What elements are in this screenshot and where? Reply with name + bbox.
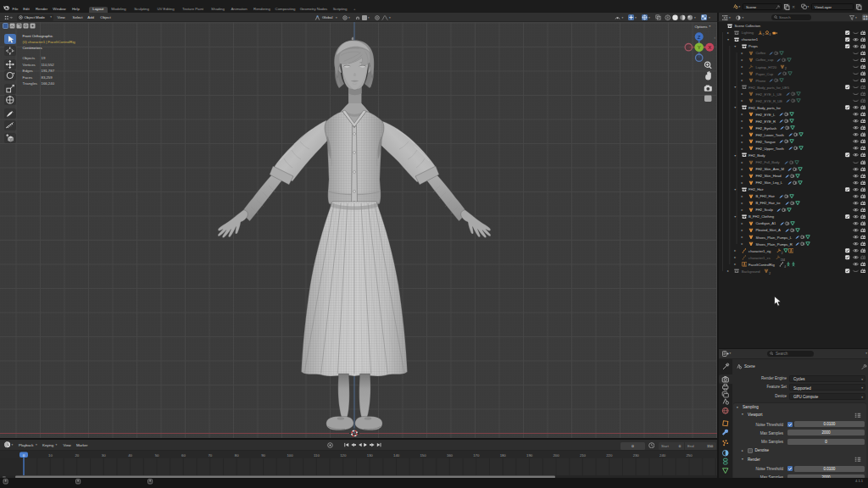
svg-text:220: 220: [606, 453, 613, 458]
svg-text:140: 140: [393, 453, 400, 458]
svg-text:10: 10: [48, 453, 53, 458]
svg-text:200: 200: [553, 453, 559, 458]
svg-text:240: 240: [659, 453, 666, 458]
svg-text:40: 40: [128, 453, 132, 458]
svg-text:120: 120: [340, 453, 347, 458]
svg-text:150: 150: [420, 453, 426, 458]
svg-text:190: 190: [526, 453, 533, 458]
svg-text:230: 230: [633, 453, 640, 458]
svg-text:250: 250: [686, 453, 693, 458]
svg-text:60: 60: [181, 453, 186, 458]
svg-text:70: 70: [208, 453, 212, 458]
svg-text:Y: Y: [698, 45, 701, 50]
svg-text:160: 160: [447, 453, 453, 458]
svg-text:210: 210: [580, 453, 587, 458]
svg-text:X: X: [708, 45, 711, 50]
svg-text:170: 170: [473, 453, 480, 458]
svg-text:180: 180: [500, 453, 507, 458]
svg-text:110: 110: [314, 453, 320, 458]
svg-text:80: 80: [235, 453, 239, 458]
svg-text:50: 50: [155, 453, 159, 458]
svg-text:30: 30: [102, 453, 106, 458]
svg-text:130: 130: [367, 453, 374, 458]
svg-text:Z: Z: [698, 35, 701, 40]
svg-text:100: 100: [287, 453, 293, 458]
svg-text:20: 20: [75, 453, 79, 458]
svg-text:90: 90: [261, 453, 265, 458]
